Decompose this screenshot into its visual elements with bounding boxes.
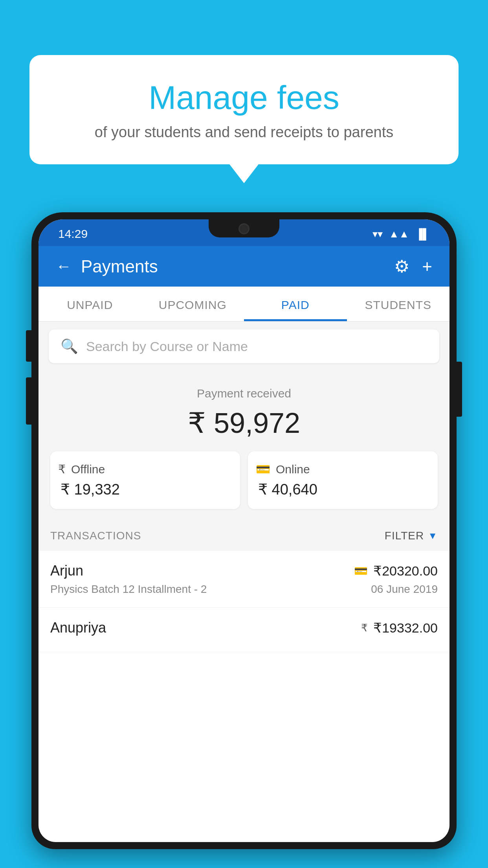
transaction-name: Arjun: [50, 563, 83, 579]
signal-icon: ▲▲: [389, 228, 409, 240]
transaction-row2: Physics Batch 12 Installment - 2 06 June…: [50, 583, 438, 596]
transaction-amount-row-2: ₹ ₹19332.00: [361, 620, 438, 636]
payment-summary: Payment received ₹ 59,972 ₹ Offline ₹ 19…: [39, 371, 449, 521]
tab-upcoming[interactable]: UPCOMING: [141, 287, 244, 321]
offline-card-header: ₹ Offline: [58, 462, 232, 476]
gear-icon[interactable]: ⚙: [394, 256, 409, 276]
transactions-label: TRANSACTIONS: [50, 530, 141, 542]
search-container: 🔍 Search by Course or Name: [39, 322, 449, 371]
transactions-header: TRANSACTIONS FILTER ▼: [39, 521, 449, 551]
filter-label: FILTER: [385, 530, 424, 542]
transaction-row1: Arjun 💳 ₹20320.00: [50, 563, 438, 579]
add-icon[interactable]: +: [422, 257, 432, 276]
transaction-item-arjun[interactable]: Arjun 💳 ₹20320.00 Physics Batch 12 Insta…: [39, 551, 449, 608]
payment-cards: ₹ Offline ₹ 19,332 💳 Online ₹ 40,640: [50, 451, 438, 509]
offline-icon: ₹: [58, 462, 66, 476]
tab-paid[interactable]: PAID: [244, 287, 347, 321]
transaction-amount-row: 💳 ₹20320.00: [354, 563, 438, 579]
phone-outer: 14:29 ▾▾ ▲▲ ▐▌ ← Payments ⚙ +: [31, 212, 457, 849]
phone-screen: 14:29 ▾▾ ▲▲ ▐▌ ← Payments ⚙ +: [39, 219, 449, 842]
offline-label: Offline: [71, 463, 105, 476]
phone-button-left2: [26, 377, 31, 425]
online-amount: ₹ 40,640: [256, 481, 430, 498]
wifi-icon: ▾▾: [372, 228, 383, 240]
tab-students[interactable]: STUDENTS: [347, 287, 450, 321]
speech-bubble-container: Manage fees of your students and send re…: [29, 55, 459, 164]
cash-payment-icon: ₹: [361, 622, 368, 634]
online-payment-card: 💳 Online ₹ 40,640: [248, 451, 438, 509]
transaction-desc: Physics Batch 12 Installment - 2: [50, 583, 207, 596]
status-time: 14:29: [58, 227, 88, 241]
transaction-name-2: Anupriya: [50, 620, 106, 636]
online-label: Online: [276, 463, 310, 476]
phone-button-right: [457, 362, 462, 417]
search-placeholder: Search by Course or Name: [86, 339, 248, 354]
speech-bubble: Manage fees of your students and send re…: [29, 55, 459, 164]
transaction-item-anupriya[interactable]: Anupriya ₹ ₹19332.00: [39, 608, 449, 652]
transaction-amount-2: ₹19332.00: [373, 620, 438, 636]
tabs-bar: UNPAID UPCOMING PAID STUDENTS: [39, 287, 449, 322]
offline-payment-card: ₹ Offline ₹ 19,332: [50, 451, 240, 509]
payment-received-label: Payment received: [50, 387, 438, 400]
transaction-date: 06 June 2019: [371, 583, 438, 596]
online-icon: 💳: [256, 462, 270, 476]
phone-container: 14:29 ▾▾ ▲▲ ▐▌ ← Payments ⚙ +: [31, 212, 457, 868]
transaction-amount: ₹20320.00: [373, 563, 438, 579]
status-icons: ▾▾ ▲▲ ▐▌: [372, 228, 430, 240]
search-box[interactable]: 🔍 Search by Course or Name: [49, 329, 439, 363]
search-icon: 🔍: [61, 338, 78, 355]
battery-icon: ▐▌: [415, 228, 430, 240]
back-button[interactable]: ←: [56, 257, 72, 275]
app-title: Payments: [81, 257, 158, 276]
offline-amount: ₹ 19,332: [58, 481, 232, 498]
filter-button[interactable]: FILTER ▼: [385, 530, 438, 542]
bubble-title: Manage fees: [57, 79, 431, 117]
bubble-subtitle: of your students and send receipts to pa…: [57, 124, 431, 141]
phone-button-left1: [26, 330, 31, 362]
transaction-list: Arjun 💳 ₹20320.00 Physics Batch 12 Insta…: [39, 551, 449, 842]
filter-icon: ▼: [428, 530, 438, 541]
tab-unpaid[interactable]: UNPAID: [39, 287, 141, 321]
app-bar-right: ⚙ +: [394, 256, 432, 276]
online-card-header: 💳 Online: [256, 462, 430, 476]
app-bar: ← Payments ⚙ +: [39, 246, 449, 287]
card-payment-icon: 💳: [354, 565, 368, 577]
payment-total-amount: ₹ 59,972: [50, 406, 438, 440]
app-bar-left: ← Payments: [56, 257, 158, 276]
phone-camera: [238, 223, 250, 234]
transaction-row1-2: Anupriya ₹ ₹19332.00: [50, 620, 438, 636]
